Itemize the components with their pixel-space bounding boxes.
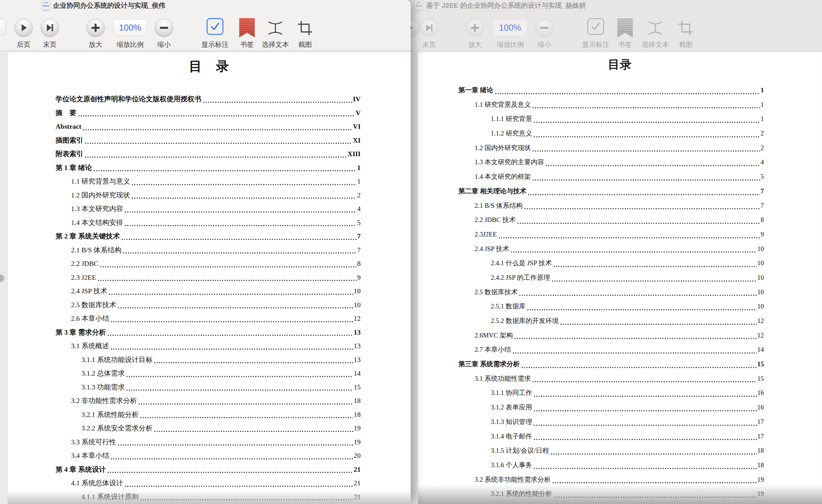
toc-entry-label: 3.2 非功能性需求分析 [71, 394, 137, 408]
toc-entry-page: 7 [761, 184, 764, 198]
toc-entry-page: 4 [357, 202, 361, 216]
plus-icon [90, 22, 101, 33]
toc-entry: 插图索引 XI [55, 134, 361, 147]
toc-entry-page: 1 [357, 161, 361, 175]
screenshot-button[interactable] [677, 19, 695, 38]
toc-entry-label: 附表索引 [55, 147, 83, 161]
toc-entry: 第二章 相关理论与技术 7 [458, 184, 764, 198]
toc-entry-page: 17 [757, 415, 764, 429]
next-page-button[interactable] [411, 19, 419, 37]
zoom-ratio-value[interactable]: 100% [113, 19, 147, 36]
toc-entry: 2.1 B/S 体系结构 7 [71, 243, 361, 257]
show-annotations-label: 显示标注 [582, 40, 609, 49]
toc-entry: 3.1.3 功能需求 15 [81, 380, 361, 394]
toc-entry-page: VI [353, 120, 361, 134]
zoom-ratio-value[interactable]: 100% [493, 19, 527, 36]
play-icon [411, 22, 416, 33]
dot-leader [521, 366, 757, 369]
zoom-in-button[interactable] [466, 19, 484, 37]
dot-leader [513, 352, 757, 354]
dot-leader [527, 308, 757, 311]
toc-entry-label: 第二章 相关理论与技术 [458, 184, 526, 198]
toc-entry: 1.4 本文结构安排 5 [71, 216, 361, 230]
toc-entry-page: 10 [354, 284, 361, 298]
toc-entry: 3.1 系统功能性需求 15 [475, 371, 764, 386]
toc-entry-label: 3.4 本章小结 [71, 449, 109, 463]
toc-entry-page: 1 [761, 83, 764, 97]
zoom-out-button[interactable] [155, 19, 173, 37]
show-annotations-button[interactable] [587, 18, 604, 35]
show-annotations-button[interactable] [207, 18, 224, 35]
toc-entry-label: 1.4 本文研究的框架 [475, 169, 531, 184]
toc-entry-page: 21 [354, 476, 361, 490]
toc-entry-label: 3.1.1 系统功能设计目标 [81, 353, 152, 367]
toc-entry-page: 17 [757, 429, 764, 444]
toc-entry-label: 3.2.1 系统的性能分析 [491, 487, 552, 501]
toc-entry-label: 3.1.4 电子邮件 [491, 429, 532, 444]
zoom-out-button[interactable] [535, 19, 553, 37]
select-text-button[interactable] [647, 19, 664, 38]
bookmark-button[interactable] [617, 18, 633, 37]
zoom-in-button[interactable] [86, 19, 105, 37]
toc-entry-page: 1 [761, 112, 764, 126]
toc-entry: 3.1.1 系统功能设计目标 13 [81, 353, 361, 367]
last-page-label: 末页 [43, 40, 56, 49]
toc-entry-label: 1.2 国内外研究现状 [475, 141, 531, 155]
toc-entry: 3.1.5 计划/会议/日程 18 [491, 443, 764, 458]
toc-entry: 1.4 本文研究的框架 5 [475, 169, 764, 184]
dot-leader [552, 280, 757, 282]
toc-entry-label: 3.1.3 知识管理 [491, 415, 532, 429]
toc-entry-label: 2.4 JSP 技术 [475, 242, 509, 256]
dot-leader [553, 265, 757, 268]
last-page-button[interactable] [41, 19, 59, 37]
toc-entry-page: 19 [354, 421, 361, 435]
toc-entry-label: 3.1.2 表单应用 [491, 400, 532, 415]
dot-leader [511, 251, 757, 253]
window-titlebar[interactable]: CAJ 企业协同办公系统的设计与实现_侯伟 [0, 0, 411, 11]
dot-leader [534, 424, 757, 427]
document-page[interactable]: 目录 第一章 绪论 1 1.1 研究背景及意义 1 [418, 51, 822, 504]
toc-entry-label: 2.2 JDBC [71, 257, 98, 271]
toc-entry-page: 18 [757, 458, 764, 472]
checkbox-icon [207, 18, 224, 35]
play-to-end-icon [44, 22, 55, 33]
toc-entry-label: 3.1.5 计划/会议/日程 [491, 443, 549, 458]
next-page-button[interactable] [15, 19, 33, 37]
toc-entry-page: 13 [354, 353, 361, 367]
toc-entry: 附表索引 XIII [55, 147, 361, 161]
dot-leader [125, 224, 356, 227]
toc-entry: 3.2.1 系统的性能分析 19 [491, 487, 764, 501]
toc-entry-page: 5 [761, 169, 764, 184]
toc-entry: 2.5 数据库技术 10 [71, 298, 361, 312]
toc-entry-label: 2.1 B/S 体系结构 [475, 198, 523, 213]
toc-entry: 2.3J2EE 9 [475, 227, 764, 242]
toc-entry-label: 2.1 B/S 体系结构 [71, 243, 121, 257]
toc-entry-page: 4 [761, 155, 764, 169]
window-titlebar[interactable]: CAJ 基于 J2EE 的企业协同办公系统的设计与实现_杨姝妍 [411, 0, 822, 11]
dot-leader [107, 334, 353, 337]
dot-leader [111, 458, 353, 460]
toc-entry-label: 第 4 章 系统设计 [55, 463, 106, 477]
toc-entry-label: 3.1 系统功能性需求 [475, 371, 531, 386]
dot-leader [532, 179, 760, 181]
toc-entry: 2.2 JDBC 8 [71, 257, 361, 271]
toc-entry-label: 4.1.1 系统设计原则 [81, 490, 138, 504]
screenshot-button[interactable] [296, 19, 314, 38]
toc-title: 目 录 [8, 57, 411, 75]
toc-entry-page: 19 [354, 435, 361, 449]
toc-entry-page: 16 [757, 400, 764, 415]
document-page[interactable]: 目 录 学位论文原创性声明和学位论文版权使用授权书 IV 摘 要 V [7, 51, 411, 504]
toc-entry: 1.3 本文研究内容 4 [71, 202, 361, 216]
bookmark-button[interactable] [239, 18, 255, 37]
toc-entry: 3.1.6 个人事务 18 [491, 458, 764, 472]
dot-leader [123, 252, 356, 254]
toc-entry: 第三章 系统需求分析 15 [458, 357, 764, 371]
prev-page-button-partial[interactable] [0, 19, 6, 35]
dot-leader [532, 106, 760, 109]
last-page-button[interactable] [420, 19, 438, 37]
ibeam-icon [267, 19, 284, 37]
toc-entry-label: 摘 要 [55, 106, 76, 120]
select-text-button[interactable] [267, 19, 284, 38]
dot-leader [534, 409, 757, 412]
toc-entry: 2.7 本章小结 14 [475, 342, 764, 357]
